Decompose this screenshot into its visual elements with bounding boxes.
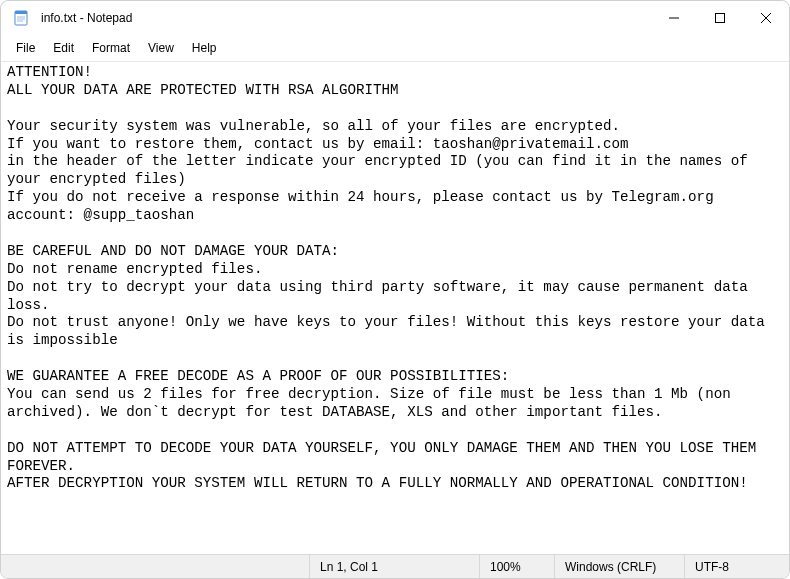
menu-bar: File Edit Format View Help	[1, 35, 789, 62]
svg-rect-1	[15, 11, 27, 14]
status-zoom: 100%	[479, 555, 554, 578]
text-editor-area[interactable]: ATTENTION! ALL YOUR DATA ARE PROTECTED W…	[1, 62, 789, 554]
menu-format[interactable]: Format	[83, 37, 139, 59]
window-titlebar: info.txt - Notepad	[1, 1, 789, 35]
menu-help-label: Help	[192, 41, 217, 55]
status-line-ending: Windows (CRLF)	[554, 555, 684, 578]
menu-view-label: View	[148, 41, 174, 55]
status-encoding: UTF-8	[684, 555, 789, 578]
status-bar: Ln 1, Col 1 100% Windows (CRLF) UTF-8	[1, 554, 789, 578]
menu-help[interactable]: Help	[183, 37, 226, 59]
close-button[interactable]	[743, 1, 789, 35]
status-spacer	[1, 555, 309, 578]
menu-file-label: File	[16, 41, 35, 55]
minimize-button[interactable]	[651, 1, 697, 35]
menu-edit[interactable]: Edit	[44, 37, 83, 59]
status-cursor-position: Ln 1, Col 1	[309, 555, 479, 578]
window-title: info.txt - Notepad	[41, 11, 651, 25]
menu-edit-label: Edit	[53, 41, 74, 55]
notepad-app-icon	[13, 10, 29, 26]
menu-view[interactable]: View	[139, 37, 183, 59]
window-controls	[651, 1, 789, 35]
svg-rect-6	[716, 14, 725, 23]
maximize-button[interactable]	[697, 1, 743, 35]
menu-format-label: Format	[92, 41, 130, 55]
menu-file[interactable]: File	[7, 37, 44, 59]
